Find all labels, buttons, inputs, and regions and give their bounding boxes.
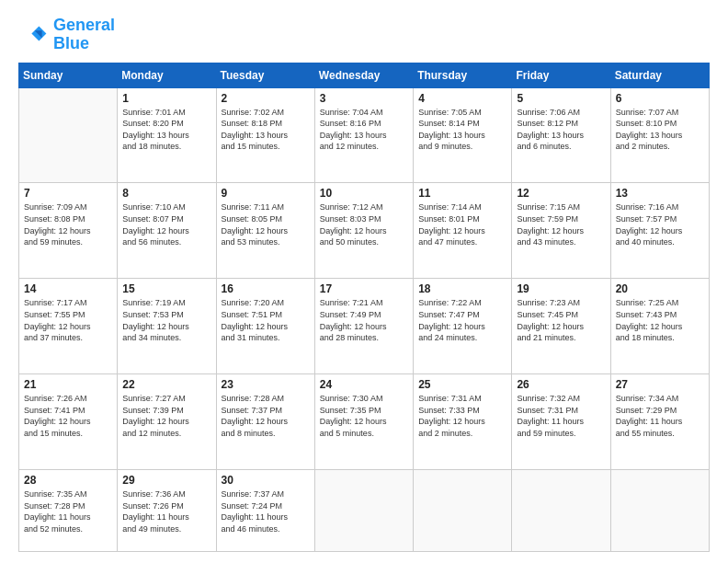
- day-info: Sunrise: 7:14 AM Sunset: 8:01 PM Dayligh…: [418, 201, 506, 247]
- day-info: Sunrise: 7:02 AM Sunset: 8:18 PM Dayligh…: [222, 107, 310, 153]
- day-header-sunday: Sunday: [19, 63, 118, 87]
- calendar-cell: 27Sunrise: 7:34 AM Sunset: 7:29 PM Dayli…: [610, 374, 709, 470]
- day-header-saturday: Saturday: [610, 63, 709, 87]
- day-info: Sunrise: 7:20 AM Sunset: 7:51 PM Dayligh…: [222, 297, 310, 343]
- calendar-week-row: 7Sunrise: 7:09 AM Sunset: 8:08 PM Daylig…: [19, 183, 710, 279]
- day-info: Sunrise: 7:26 AM Sunset: 7:41 PM Dayligh…: [24, 393, 112, 439]
- day-header-tuesday: Tuesday: [216, 63, 314, 87]
- day-number: 4: [418, 92, 506, 105]
- day-info: Sunrise: 7:30 AM Sunset: 7:35 PM Dayligh…: [320, 393, 408, 439]
- day-info: Sunrise: 7:05 AM Sunset: 8:14 PM Dayligh…: [418, 107, 506, 153]
- calendar-cell: 19Sunrise: 7:23 AM Sunset: 7:45 PM Dayli…: [512, 279, 610, 374]
- calendar-cell: 7Sunrise: 7:09 AM Sunset: 8:08 PM Daylig…: [19, 183, 118, 279]
- day-info: Sunrise: 7:06 AM Sunset: 8:12 PM Dayligh…: [517, 107, 605, 153]
- calendar-cell: 3Sunrise: 7:04 AM Sunset: 8:16 PM Daylig…: [314, 87, 413, 183]
- day-info: Sunrise: 7:07 AM Sunset: 8:10 PM Dayligh…: [616, 107, 704, 153]
- day-number: 13: [616, 187, 704, 200]
- calendar-cell: 24Sunrise: 7:30 AM Sunset: 7:35 PM Dayli…: [314, 374, 413, 470]
- header: General Blue: [18, 17, 710, 53]
- calendar-cell: 26Sunrise: 7:32 AM Sunset: 7:31 PM Dayli…: [512, 374, 610, 470]
- day-info: Sunrise: 7:10 AM Sunset: 8:07 PM Dayligh…: [122, 201, 210, 247]
- calendar-cell: 30Sunrise: 7:37 AM Sunset: 7:24 PM Dayli…: [216, 470, 314, 552]
- calendar-cell: 22Sunrise: 7:27 AM Sunset: 7:39 PM Dayli…: [118, 374, 216, 470]
- day-number: 7: [24, 187, 112, 200]
- day-number: 8: [122, 187, 210, 200]
- day-info: Sunrise: 7:36 AM Sunset: 7:26 PM Dayligh…: [122, 488, 210, 534]
- calendar-cell: 29Sunrise: 7:36 AM Sunset: 7:26 PM Dayli…: [118, 470, 216, 552]
- day-number: 22: [122, 378, 210, 391]
- day-number: 14: [24, 282, 112, 295]
- day-number: 18: [418, 282, 506, 295]
- calendar-cell: 5Sunrise: 7:06 AM Sunset: 8:12 PM Daylig…: [512, 87, 610, 183]
- day-header-thursday: Thursday: [414, 63, 512, 87]
- calendar-cell: 25Sunrise: 7:31 AM Sunset: 7:33 PM Dayli…: [414, 374, 512, 470]
- calendar-cell: [610, 470, 709, 552]
- day-number: 17: [320, 282, 408, 295]
- day-info: Sunrise: 7:35 AM Sunset: 7:28 PM Dayligh…: [24, 488, 112, 534]
- day-info: Sunrise: 7:12 AM Sunset: 8:03 PM Dayligh…: [320, 201, 408, 247]
- calendar-cell: 17Sunrise: 7:21 AM Sunset: 7:49 PM Dayli…: [314, 279, 413, 374]
- calendar-cell: 23Sunrise: 7:28 AM Sunset: 7:37 PM Dayli…: [216, 374, 314, 470]
- day-number: 30: [222, 474, 310, 487]
- calendar-cell: 21Sunrise: 7:26 AM Sunset: 7:41 PM Dayli…: [19, 374, 118, 470]
- day-info: Sunrise: 7:25 AM Sunset: 7:43 PM Dayligh…: [616, 297, 704, 343]
- day-number: 9: [222, 187, 310, 200]
- logo-text: General Blue: [53, 17, 115, 53]
- day-number: 28: [24, 474, 112, 487]
- calendar-cell: 20Sunrise: 7:25 AM Sunset: 7:43 PM Dayli…: [610, 279, 709, 374]
- calendar-table: SundayMondayTuesdayWednesdayThursdayFrid…: [18, 63, 710, 552]
- day-header-friday: Friday: [512, 63, 610, 87]
- day-info: Sunrise: 7:09 AM Sunset: 8:08 PM Dayligh…: [24, 201, 112, 247]
- day-info: Sunrise: 7:16 AM Sunset: 7:57 PM Dayligh…: [616, 201, 704, 247]
- day-number: 6: [616, 92, 704, 105]
- day-header-monday: Monday: [118, 63, 216, 87]
- day-number: 20: [616, 282, 704, 295]
- calendar-cell: 28Sunrise: 7:35 AM Sunset: 7:28 PM Dayli…: [19, 470, 118, 552]
- calendar-cell: 4Sunrise: 7:05 AM Sunset: 8:14 PM Daylig…: [414, 87, 512, 183]
- calendar-cell: 11Sunrise: 7:14 AM Sunset: 8:01 PM Dayli…: [414, 183, 512, 279]
- day-info: Sunrise: 7:37 AM Sunset: 7:24 PM Dayligh…: [222, 488, 310, 534]
- calendar-cell: 18Sunrise: 7:22 AM Sunset: 7:47 PM Dayli…: [414, 279, 512, 374]
- day-number: 12: [517, 187, 605, 200]
- day-number: 16: [222, 282, 310, 295]
- day-info: Sunrise: 7:27 AM Sunset: 7:39 PM Dayligh…: [122, 393, 210, 439]
- calendar-week-row: 1Sunrise: 7:01 AM Sunset: 8:20 PM Daylig…: [19, 87, 710, 183]
- day-number: 11: [418, 187, 506, 200]
- day-number: 2: [222, 92, 310, 105]
- calendar-cell: [314, 470, 413, 552]
- calendar-cell: 16Sunrise: 7:20 AM Sunset: 7:51 PM Dayli…: [216, 279, 314, 374]
- day-number: 29: [122, 474, 210, 487]
- calendar-cell: [512, 470, 610, 552]
- day-number: 10: [320, 187, 408, 200]
- day-info: Sunrise: 7:28 AM Sunset: 7:37 PM Dayligh…: [222, 393, 310, 439]
- calendar-cell: 14Sunrise: 7:17 AM Sunset: 7:55 PM Dayli…: [19, 279, 118, 374]
- logo: General Blue: [18, 17, 115, 53]
- calendar-cell: 6Sunrise: 7:07 AM Sunset: 8:10 PM Daylig…: [610, 87, 709, 183]
- day-info: Sunrise: 7:04 AM Sunset: 8:16 PM Dayligh…: [320, 107, 408, 153]
- calendar-cell: 13Sunrise: 7:16 AM Sunset: 7:57 PM Dayli…: [610, 183, 709, 279]
- calendar-cell: [414, 470, 512, 552]
- day-number: 23: [222, 378, 310, 391]
- calendar-header-row: SundayMondayTuesdayWednesdayThursdayFrid…: [19, 63, 710, 87]
- calendar-cell: 1Sunrise: 7:01 AM Sunset: 8:20 PM Daylig…: [118, 87, 216, 183]
- day-number: 26: [517, 378, 605, 391]
- day-number: 3: [320, 92, 408, 105]
- calendar-cell: [19, 87, 118, 183]
- day-number: 24: [320, 378, 408, 391]
- calendar-cell: 9Sunrise: 7:11 AM Sunset: 8:05 PM Daylig…: [216, 183, 314, 279]
- day-info: Sunrise: 7:34 AM Sunset: 7:29 PM Dayligh…: [616, 393, 704, 439]
- day-number: 5: [517, 92, 605, 105]
- calendar-week-row: 21Sunrise: 7:26 AM Sunset: 7:41 PM Dayli…: [19, 374, 710, 470]
- day-header-wednesday: Wednesday: [314, 63, 413, 87]
- day-number: 15: [122, 282, 210, 295]
- calendar-week-row: 28Sunrise: 7:35 AM Sunset: 7:28 PM Dayli…: [19, 470, 710, 552]
- calendar-week-row: 14Sunrise: 7:17 AM Sunset: 7:55 PM Dayli…: [19, 279, 710, 374]
- logo-icon: [18, 20, 48, 50]
- day-number: 27: [616, 378, 704, 391]
- day-info: Sunrise: 7:32 AM Sunset: 7:31 PM Dayligh…: [517, 393, 605, 439]
- calendar-cell: 10Sunrise: 7:12 AM Sunset: 8:03 PM Dayli…: [314, 183, 413, 279]
- day-number: 21: [24, 378, 112, 391]
- day-info: Sunrise: 7:22 AM Sunset: 7:47 PM Dayligh…: [418, 297, 506, 343]
- day-info: Sunrise: 7:15 AM Sunset: 7:59 PM Dayligh…: [517, 201, 605, 247]
- day-info: Sunrise: 7:23 AM Sunset: 7:45 PM Dayligh…: [517, 297, 605, 343]
